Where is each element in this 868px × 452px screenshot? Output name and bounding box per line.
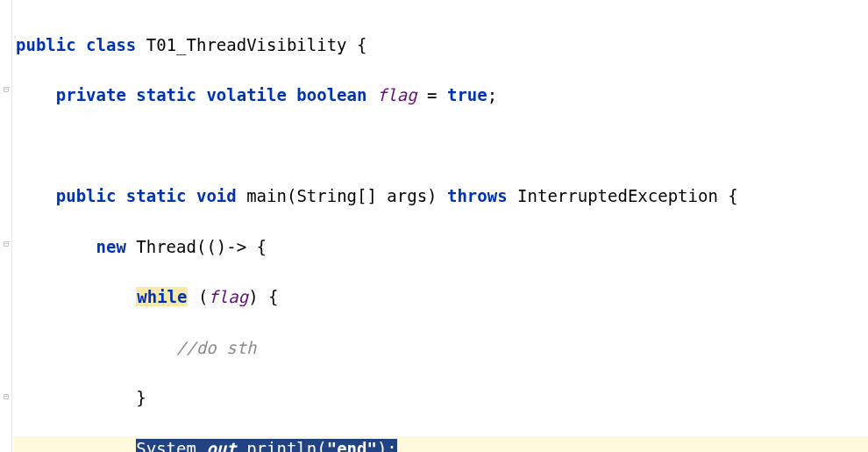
keyword-private: private bbox=[56, 85, 126, 104]
code-editor[interactable]: public class T01_ThreadVisibility { priv… bbox=[14, 0, 868, 452]
thread-class: Thread bbox=[136, 237, 196, 256]
dot: . bbox=[237, 439, 246, 453]
paren-close: ); bbox=[377, 439, 397, 453]
equals: = bbox=[417, 85, 447, 104]
paren-close: ) { bbox=[248, 287, 278, 306]
paren-open: ( bbox=[188, 287, 208, 306]
string-literal: "end" bbox=[327, 439, 377, 453]
comment: //do sth bbox=[176, 338, 257, 357]
semicolon: ; bbox=[487, 85, 497, 104]
keyword-new: new bbox=[96, 237, 126, 256]
brace: { bbox=[347, 35, 367, 54]
fold-marker-icon[interactable]: ⊟ bbox=[1, 391, 11, 402]
keyword-throws: throws bbox=[447, 186, 508, 205]
paren-open: ( bbox=[317, 439, 326, 453]
exception-type: InterruptedException bbox=[517, 186, 718, 205]
field-flag: flag bbox=[377, 85, 417, 104]
keyword-static: static bbox=[136, 85, 196, 104]
keyword-static: static bbox=[126, 186, 187, 205]
fold-marker-icon[interactable]: ⊟ bbox=[1, 239, 11, 249]
code-line[interactable]: new Thread(()-> { bbox=[14, 234, 868, 260]
keyword-public: public bbox=[16, 35, 76, 54]
code-line[interactable]: while (flag) { bbox=[14, 284, 868, 310]
keyword-true: true bbox=[447, 85, 487, 104]
println-method: println bbox=[246, 439, 317, 453]
editor-gutter: ⊟ ⊟ ⊟ bbox=[0, 0, 12, 452]
selection: System.out.println("end"); bbox=[136, 439, 397, 453]
code-line-highlighted[interactable]: System.out.println("end"); bbox=[14, 436, 868, 453]
keyword-while: while bbox=[136, 287, 188, 306]
code-line[interactable]: public class T01_ThreadVisibility { bbox=[14, 32, 868, 58]
system-class: System bbox=[136, 439, 196, 453]
keyword-class: class bbox=[86, 35, 136, 54]
keyword-boolean: boolean bbox=[296, 85, 366, 104]
method-main: main bbox=[246, 186, 287, 205]
lambda-open: (()-> { bbox=[196, 237, 267, 256]
dot: . bbox=[196, 439, 206, 453]
fold-marker-icon[interactable]: ⊟ bbox=[1, 84, 11, 95]
code-line[interactable]: private static volatile boolean flag = t… bbox=[14, 83, 868, 108]
code-line[interactable] bbox=[14, 133, 868, 159]
brace: { bbox=[718, 186, 738, 205]
out-field: out bbox=[206, 439, 236, 453]
code-line[interactable]: public static void main(String[] args) t… bbox=[14, 183, 868, 209]
class-name: T01_ThreadVisibility bbox=[146, 35, 347, 54]
brace: } bbox=[136, 388, 146, 407]
keyword-public: public bbox=[56, 186, 117, 205]
keyword-volatile: volatile bbox=[206, 85, 287, 104]
code-line[interactable]: } bbox=[14, 385, 868, 411]
field-flag: flag bbox=[208, 287, 248, 306]
code-line[interactable]: //do sth bbox=[14, 335, 868, 361]
params: (String[] args) bbox=[287, 186, 438, 205]
keyword-void: void bbox=[196, 186, 237, 205]
